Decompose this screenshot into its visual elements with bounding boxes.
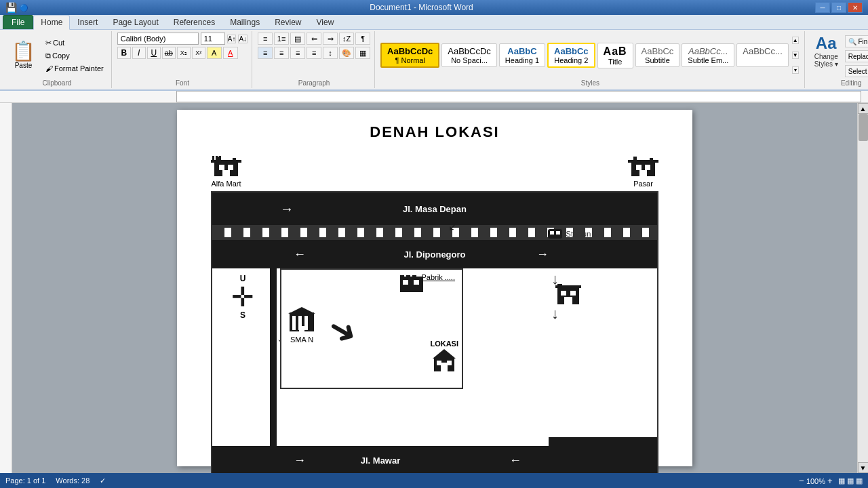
strikethrough-button[interactable]: ab	[162, 47, 176, 59]
zoom-controls[interactable]: − 100% +	[799, 476, 833, 486]
stasiun-ka-label: Stasiun KA	[566, 230, 603, 238]
maximize-button[interactable]: □	[831, 2, 846, 13]
borders-button[interactable]: ▦	[355, 47, 370, 59]
subscript-button[interactable]: X₂	[177, 47, 191, 59]
ruler-inner	[176, 91, 861, 102]
font-size-input[interactable]	[201, 33, 225, 45]
copy-button[interactable]: ⧉ Copy	[42, 50, 107, 62]
paste-icon: 📋	[12, 42, 35, 61]
styles-scroll-down[interactable]: ▼	[792, 52, 799, 59]
shading-button[interactable]: 🎨	[339, 47, 354, 59]
lokasi-arrow: ➜	[322, 309, 363, 352]
tab-insert[interactable]: Insert	[70, 15, 105, 29]
find-button[interactable]: 🔍 Find	[845, 35, 868, 47]
tab-references[interactable]: References	[166, 15, 222, 29]
styles-scroll-up[interactable]: ▲	[792, 37, 799, 44]
tab-view[interactable]: View	[309, 15, 342, 29]
minimize-button[interactable]: ─	[815, 2, 830, 13]
right-building-area	[554, 277, 583, 308]
decrease-indent-button[interactable]: ⇐	[307, 33, 321, 45]
style-subtitle[interactable]: AaBbCc Subtitle	[635, 43, 680, 67]
svg-rect-40	[561, 291, 566, 296]
scroll-track[interactable]	[858, 114, 869, 462]
svg-rect-38	[447, 361, 452, 365]
text-highlight-button[interactable]: A	[207, 47, 222, 59]
tab-file[interactable]: File	[3, 15, 33, 29]
close-button[interactable]: ✕	[848, 2, 863, 13]
find-icon: 🔍	[848, 38, 856, 45]
style-more[interactable]: AaBbCc...	[736, 43, 789, 67]
italic-button[interactable]: I	[132, 47, 146, 59]
justify-button[interactable]: ≡	[307, 47, 321, 59]
multilevel-list-button[interactable]: ▤	[290, 33, 305, 45]
style-heading1[interactable]: AaBbC Heading 1	[499, 43, 545, 67]
view-icons: ▦ ▦ ▦	[838, 476, 863, 485]
svg-rect-26	[412, 275, 416, 279]
right-scrollbar[interactable]: ▲ ▼	[857, 103, 868, 473]
zoom-out-button[interactable]: −	[799, 476, 804, 486]
road-masa-depan: → Jl. Masa Depan	[212, 192, 657, 225]
style-heading2[interactable]: AaBbCc Heading 2	[547, 43, 595, 68]
align-right-button[interactable]: ≡	[290, 47, 305, 59]
pasar-building-icon	[628, 151, 658, 178]
scroll-up-button[interactable]: ▲	[858, 103, 869, 114]
jl-masa-depan-label: Jl. Masa Depan	[403, 204, 467, 214]
svg-rect-4	[222, 170, 230, 176]
grow-font-button[interactable]: A↑	[227, 35, 237, 43]
show-formatting-button[interactable]: ¶	[355, 33, 370, 45]
bullets-button[interactable]: ≡	[258, 33, 273, 45]
paste-button[interactable]: 📋 Paste	[7, 40, 40, 71]
window-title: Document1 - Microsoft Word	[28, 3, 815, 12]
tab-mailings[interactable]: Mailings	[222, 15, 267, 29]
align-center-button[interactable]: ≡	[274, 47, 289, 59]
cut-button[interactable]: ✂ Cut	[42, 37, 107, 49]
format-painter-button[interactable]: 🖌 Format Painter	[42, 63, 107, 74]
ribbon-tabs: File Home Insert Page Layout References …	[0, 15, 868, 30]
arrow-left-diponegoro: ←	[294, 247, 306, 262]
svg-rect-45	[555, 285, 581, 288]
svg-rect-30	[304, 315, 308, 330]
pasar-label: Pasar	[628, 180, 658, 188]
bold-button[interactable]: B	[117, 47, 131, 59]
scroll-thumb[interactable]	[859, 114, 868, 141]
replace-button[interactable]: Replace	[845, 50, 868, 62]
superscript-button[interactable]: X²	[192, 47, 205, 59]
zoom-in-button[interactable]: +	[827, 476, 833, 486]
scroll-down-button[interactable]: ▼	[858, 462, 869, 473]
tab-home[interactable]: Home	[33, 15, 70, 30]
editing-group: Aa Change Styles ▾ 🔍 Find Replace Select…	[806, 31, 868, 88]
font-color-button[interactable]: A	[223, 47, 238, 59]
tab-page-layout[interactable]: Page Layout	[105, 15, 165, 29]
jl-diponegoro-label: Jl. Diponegoro	[404, 249, 466, 260]
train-icon	[547, 228, 564, 240]
road-mawar: → Jl. Mawar ←	[212, 446, 549, 473]
shrink-font-button[interactable]: A↓	[238, 35, 248, 43]
numbering-button[interactable]: 1≡	[274, 33, 289, 45]
style-title[interactable]: AaB Title	[597, 43, 633, 68]
proofing-icon: ✓	[100, 476, 106, 485]
style-subtle-em[interactable]: AaBbCc... Subtle Em...	[682, 43, 734, 67]
style-no-spacing[interactable]: AaBbCcDc No Spaci...	[441, 43, 497, 67]
underline-button[interactable]: U	[147, 47, 161, 59]
page-info: Page: 1 of 1	[5, 476, 45, 485]
copy-icon: ⧉	[45, 52, 51, 60]
ruler	[0, 91, 868, 103]
select-button[interactable]: Select	[845, 65, 868, 77]
styles-group: AaBbCcDc ¶ Normal AaBbCcDc No Spaci... A…	[376, 31, 805, 88]
sman-label: SMA N	[288, 336, 315, 344]
arrow-right-masa-depan: →	[280, 201, 294, 217]
svg-rect-42	[564, 297, 572, 304]
sort-button[interactable]: ↕Z	[339, 33, 354, 45]
align-left-button[interactable]: ≡	[258, 47, 273, 59]
increase-indent-button[interactable]: ⇒	[323, 33, 338, 45]
style-normal[interactable]: AaBbCcDc ¶ Normal	[380, 43, 439, 68]
left-ruler	[0, 103, 12, 473]
font-name-input[interactable]	[117, 33, 199, 45]
styles-more-button[interactable]: ▾	[792, 66, 799, 74]
change-styles-button[interactable]: Aa Change Styles ▾	[810, 33, 842, 69]
tab-review[interactable]: Review	[267, 15, 309, 29]
line-spacing-button[interactable]: ↕	[323, 47, 338, 59]
svg-rect-28	[292, 315, 296, 330]
svg-rect-7	[211, 160, 241, 163]
lokasi-house-icon	[431, 348, 457, 371]
